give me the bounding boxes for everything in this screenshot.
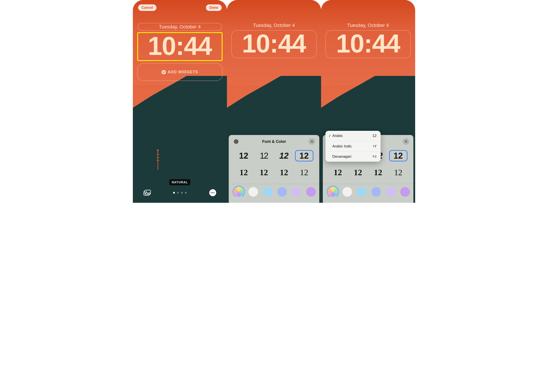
filter-label: NATURAL	[169, 179, 191, 185]
color-row	[323, 183, 413, 197]
page-dot	[185, 192, 187, 194]
dropdown-item-devanagari[interactable]: Devanagari १२	[325, 152, 381, 162]
font-option[interactable]: 12	[275, 150, 293, 161]
done-button[interactable]: Done	[206, 4, 222, 11]
close-button[interactable]: ✕	[309, 138, 315, 145]
gallery-button[interactable]	[143, 189, 151, 196]
sheet-title: Font & Color	[262, 139, 286, 144]
color-swatch-lavender[interactable]	[292, 187, 301, 197]
phone-screen-1: Cancel Done Tuesday, October 4 10:44 + A…	[133, 0, 227, 203]
font-option[interactable]: 12	[275, 167, 293, 178]
color-swatch-lavender[interactable]	[386, 187, 395, 197]
numeral-dropdown: ✓ Arabic 12 Arabic Indic ١٢ Devanagari १…	[325, 131, 381, 162]
plus-icon: +	[162, 70, 166, 74]
color-swatch-rainbow[interactable]	[234, 187, 244, 197]
add-widgets-button[interactable]: + ADD WIDGETS	[137, 63, 223, 81]
font-option[interactable]: 12	[329, 167, 347, 178]
date-widget[interactable]: Tuesday, October 4	[232, 22, 316, 29]
font-option[interactable]: 12	[235, 150, 253, 161]
color-swatch-rainbow[interactable]	[328, 187, 338, 197]
dropdown-item-arabic[interactable]: ✓ Arabic 12	[325, 131, 381, 141]
dropdown-sample: १२	[372, 154, 377, 159]
svg-rect-1	[145, 190, 150, 194]
color-swatch-violet[interactable]	[306, 187, 316, 197]
page-dot	[181, 192, 183, 194]
font-grid: 12 12 12 12 12 12 12 12	[229, 147, 319, 183]
font-option[interactable]: 12	[255, 167, 273, 178]
font-option[interactable]: 12	[389, 150, 407, 161]
dropdown-sample: 12	[372, 134, 377, 138]
font-option[interactable]: 12	[369, 167, 387, 178]
font-option[interactable]: 12	[349, 167, 367, 178]
font-option[interactable]: 12	[389, 167, 407, 178]
color-row	[229, 183, 319, 197]
font-option[interactable]: 12	[295, 167, 313, 178]
add-widgets-label: ADD WIDGETS	[168, 70, 198, 74]
cancel-button[interactable]: Cancel	[138, 4, 157, 11]
dropdown-label: Devanagari	[332, 154, 372, 159]
phone-screen-2: Tuesday, October 4 10:44 Font & Color ✕	[227, 0, 321, 203]
color-swatch-violet[interactable]	[400, 187, 410, 197]
clock-widget[interactable]: 10:44	[137, 32, 223, 61]
dropdown-label: Arabic Indic	[332, 144, 373, 148]
clock-widget[interactable]: 10:44	[325, 30, 411, 58]
pagination-dots[interactable]	[173, 192, 187, 194]
dropdown-label: Arabic	[332, 134, 372, 138]
font-option[interactable]: 12	[295, 150, 313, 161]
dropdown-sample: ١٢	[373, 144, 377, 148]
color-swatch-blue[interactable]	[371, 187, 381, 197]
font-color-sheet: Font & Color ✕ 12 12 12 12 12 12 12 12	[229, 135, 319, 203]
date-widget[interactable]: Tuesday, October 4	[326, 22, 410, 29]
color-swatch-blue[interactable]	[277, 187, 287, 197]
font-option[interactable]: 12	[255, 150, 273, 161]
font-option[interactable]: 12	[235, 167, 253, 178]
more-button[interactable]: ●●●	[209, 189, 217, 196]
color-swatch-cyan[interactable]	[263, 187, 272, 197]
phone-screen-3: Tuesday, October 4 10:44 Font & Color ✕	[321, 0, 415, 203]
page-dot	[173, 192, 175, 194]
dropdown-item-arabic-indic[interactable]: Arabic Indic ١٢	[325, 141, 381, 152]
date-widget[interactable]: Tuesday, October 4	[138, 23, 222, 31]
close-button[interactable]: ✕	[403, 138, 409, 145]
check-icon: ✓	[328, 134, 332, 138]
page-dot	[177, 192, 179, 194]
svg-point-2	[146, 191, 147, 192]
color-swatch-white[interactable]	[342, 187, 352, 197]
globe-button[interactable]	[233, 138, 240, 145]
color-swatch-cyan[interactable]	[357, 187, 367, 197]
color-swatch-white[interactable]	[248, 187, 258, 197]
clock-widget[interactable]: 10:44	[231, 30, 317, 58]
